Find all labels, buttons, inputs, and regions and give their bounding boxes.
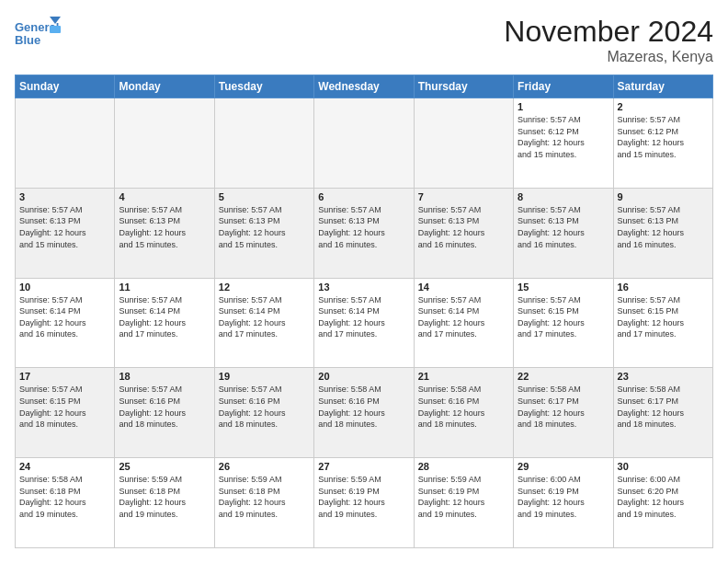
table-cell: 26Sunrise: 5:59 AMSunset: 6:18 PMDayligh… [214, 458, 313, 548]
day-number: 12 [219, 282, 310, 293]
table-cell: 16Sunrise: 5:57 AMSunset: 6:15 PMDayligh… [613, 278, 712, 368]
day-info: Sunrise: 6:00 AMSunset: 6:19 PMDaylight:… [518, 474, 609, 520]
day-number: 26 [219, 461, 310, 472]
table-cell: 13Sunrise: 5:57 AMSunset: 6:14 PMDayligh… [314, 278, 414, 368]
table-cell: 30Sunrise: 6:00 AMSunset: 6:20 PMDayligh… [613, 458, 712, 548]
svg-rect-3 [50, 26, 61, 33]
day-number: 17 [19, 371, 110, 382]
week-row-0: 1Sunrise: 5:57 AMSunset: 6:12 PMDaylight… [16, 98, 713, 189]
day-info: Sunrise: 5:57 AMSunset: 6:14 PMDaylight:… [219, 294, 310, 340]
table-cell: 1Sunrise: 5:57 AMSunset: 6:12 PMDaylight… [514, 98, 613, 189]
table-cell [115, 98, 214, 189]
day-number: 13 [318, 282, 409, 293]
day-info: Sunrise: 5:57 AMSunset: 6:13 PMDaylight:… [518, 204, 609, 250]
table-cell [16, 98, 115, 189]
day-info: Sunrise: 5:57 AMSunset: 6:14 PMDaylight:… [119, 294, 210, 340]
table-cell: 17Sunrise: 5:57 AMSunset: 6:15 PMDayligh… [16, 368, 115, 458]
day-number: 5 [219, 191, 310, 202]
day-info: Sunrise: 5:57 AMSunset: 6:12 PMDaylight:… [518, 114, 609, 160]
table-cell: 7Sunrise: 5:57 AMSunset: 6:13 PMDaylight… [414, 188, 513, 278]
table-cell [214, 98, 313, 189]
table-cell: 25Sunrise: 5:59 AMSunset: 6:18 PMDayligh… [115, 458, 214, 548]
day-info: Sunrise: 5:57 AMSunset: 6:14 PMDaylight:… [418, 294, 509, 340]
calendar-header: Sunday Monday Tuesday Wednesday Thursday… [16, 75, 713, 98]
day-info: Sunrise: 6:00 AMSunset: 6:20 PMDaylight:… [618, 474, 709, 520]
table-cell: 11Sunrise: 5:57 AMSunset: 6:14 PMDayligh… [115, 278, 214, 368]
svg-text:Blue: Blue [15, 33, 40, 47]
table-cell: 12Sunrise: 5:57 AMSunset: 6:14 PMDayligh… [214, 278, 313, 368]
table-cell: 5Sunrise: 5:57 AMSunset: 6:13 PMDaylight… [214, 188, 313, 278]
table-cell: 6Sunrise: 5:57 AMSunset: 6:13 PMDaylight… [314, 188, 414, 278]
table-cell: 28Sunrise: 5:59 AMSunset: 6:19 PMDayligh… [414, 458, 513, 548]
table-cell: 14Sunrise: 5:57 AMSunset: 6:14 PMDayligh… [414, 278, 513, 368]
day-info: Sunrise: 5:57 AMSunset: 6:15 PMDaylight:… [618, 294, 709, 340]
day-number: 30 [618, 461, 709, 472]
table-cell: 23Sunrise: 5:58 AMSunset: 6:17 PMDayligh… [613, 368, 712, 458]
day-info: Sunrise: 5:57 AMSunset: 6:13 PMDaylight:… [318, 204, 409, 250]
table-cell: 21Sunrise: 5:58 AMSunset: 6:16 PMDayligh… [414, 368, 513, 458]
day-info: Sunrise: 5:59 AMSunset: 6:19 PMDaylight:… [418, 474, 509, 520]
col-saturday: Saturday [613, 75, 712, 98]
day-number: 27 [318, 461, 409, 472]
col-sunday: Sunday [16, 75, 115, 98]
day-number: 2 [618, 101, 709, 112]
page: General Blue November 2024 Mazeras, Keny… [0, 0, 728, 563]
day-number: 7 [418, 191, 509, 202]
day-number: 22 [518, 371, 609, 382]
day-number: 24 [19, 461, 110, 472]
day-info: Sunrise: 5:57 AMSunset: 6:12 PMDaylight:… [618, 114, 709, 160]
day-number: 19 [219, 371, 310, 382]
table-cell [414, 98, 513, 189]
col-friday: Friday [514, 75, 613, 98]
day-number: 18 [119, 371, 210, 382]
day-info: Sunrise: 5:57 AMSunset: 6:15 PMDaylight:… [518, 294, 609, 340]
day-number: 9 [618, 191, 709, 202]
day-number: 23 [618, 371, 709, 382]
col-tuesday: Tuesday [214, 75, 313, 98]
day-info: Sunrise: 5:59 AMSunset: 6:18 PMDaylight:… [219, 474, 310, 520]
logo: General Blue [15, 15, 61, 52]
table-cell: 18Sunrise: 5:57 AMSunset: 6:16 PMDayligh… [115, 368, 214, 458]
calendar-table: Sunday Monday Tuesday Wednesday Thursday… [15, 75, 713, 548]
day-number: 10 [19, 282, 110, 293]
day-number: 29 [518, 461, 609, 472]
day-number: 4 [119, 191, 210, 202]
day-info: Sunrise: 5:58 AMSunset: 6:16 PMDaylight:… [318, 384, 409, 430]
day-info: Sunrise: 5:57 AMSunset: 6:13 PMDaylight:… [618, 204, 709, 250]
table-cell: 24Sunrise: 5:58 AMSunset: 6:18 PMDayligh… [16, 458, 115, 548]
day-info: Sunrise: 5:59 AMSunset: 6:18 PMDaylight:… [119, 474, 210, 520]
day-info: Sunrise: 5:57 AMSunset: 6:14 PMDaylight:… [19, 294, 110, 340]
day-number: 16 [618, 282, 709, 293]
day-number: 25 [119, 461, 210, 472]
day-info: Sunrise: 5:58 AMSunset: 6:18 PMDaylight:… [19, 474, 110, 520]
day-info: Sunrise: 5:57 AMSunset: 6:15 PMDaylight:… [19, 384, 110, 430]
title-block: November 2024 Mazeras, Kenya [504, 15, 713, 65]
week-row-4: 24Sunrise: 5:58 AMSunset: 6:18 PMDayligh… [16, 458, 713, 548]
day-number: 8 [518, 191, 609, 202]
day-number: 28 [418, 461, 509, 472]
table-cell: 8Sunrise: 5:57 AMSunset: 6:13 PMDaylight… [514, 188, 613, 278]
day-info: Sunrise: 5:58 AMSunset: 6:17 PMDaylight:… [518, 384, 609, 430]
day-number: 6 [318, 191, 409, 202]
day-info: Sunrise: 5:58 AMSunset: 6:17 PMDaylight:… [618, 384, 709, 430]
day-info: Sunrise: 5:57 AMSunset: 6:13 PMDaylight:… [19, 204, 110, 250]
day-number: 20 [318, 371, 409, 382]
table-cell: 15Sunrise: 5:57 AMSunset: 6:15 PMDayligh… [514, 278, 613, 368]
day-number: 15 [518, 282, 609, 293]
header-row: Sunday Monday Tuesday Wednesday Thursday… [16, 75, 713, 98]
day-info: Sunrise: 5:57 AMSunset: 6:16 PMDaylight:… [219, 384, 310, 430]
table-cell: 10Sunrise: 5:57 AMSunset: 6:14 PMDayligh… [16, 278, 115, 368]
page-subtitle: Mazeras, Kenya [504, 49, 713, 65]
day-info: Sunrise: 5:57 AMSunset: 6:16 PMDaylight:… [119, 384, 210, 430]
col-monday: Monday [115, 75, 214, 98]
table-cell: 3Sunrise: 5:57 AMSunset: 6:13 PMDaylight… [16, 188, 115, 278]
table-cell: 29Sunrise: 6:00 AMSunset: 6:19 PMDayligh… [514, 458, 613, 548]
week-row-3: 17Sunrise: 5:57 AMSunset: 6:15 PMDayligh… [16, 368, 713, 458]
day-number: 3 [19, 191, 110, 202]
logo-svg: General Blue [15, 15, 61, 52]
table-cell: 20Sunrise: 5:58 AMSunset: 6:16 PMDayligh… [314, 368, 414, 458]
day-number: 1 [518, 101, 609, 112]
table-cell: 19Sunrise: 5:57 AMSunset: 6:16 PMDayligh… [214, 368, 313, 458]
table-cell: 27Sunrise: 5:59 AMSunset: 6:19 PMDayligh… [314, 458, 414, 548]
day-number: 21 [418, 371, 509, 382]
